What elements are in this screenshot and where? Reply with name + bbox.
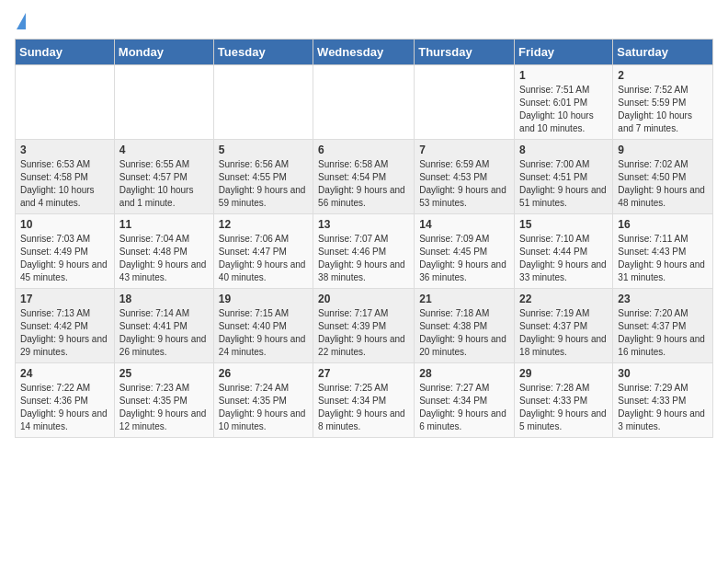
day-info: Sunrise: 6:53 AM Sunset: 4:58 PM Dayligh…: [20, 158, 109, 210]
day-cell: 8Sunrise: 7:00 AM Sunset: 4:51 PM Daylig…: [515, 140, 613, 214]
day-info: Sunrise: 7:13 AM Sunset: 4:42 PM Dayligh…: [20, 307, 109, 359]
day-number: 24: [20, 367, 109, 380]
day-cell: 16Sunrise: 7:11 AM Sunset: 4:43 PM Dayli…: [613, 214, 713, 289]
day-cell: [313, 65, 415, 140]
day-number: 13: [318, 218, 409, 231]
day-cell: 30Sunrise: 7:29 AM Sunset: 4:33 PM Dayli…: [613, 363, 713, 438]
day-cell: 11Sunrise: 7:04 AM Sunset: 4:48 PM Dayli…: [114, 214, 213, 289]
day-info: Sunrise: 7:19 AM Sunset: 4:37 PM Dayligh…: [519, 307, 608, 359]
day-cell: [415, 65, 515, 140]
day-cell: [114, 65, 213, 140]
day-cell: 29Sunrise: 7:28 AM Sunset: 4:33 PM Dayli…: [515, 363, 613, 438]
day-info: Sunrise: 7:24 AM Sunset: 4:35 PM Dayligh…: [219, 382, 308, 433]
day-number: 18: [119, 293, 209, 305]
day-number: 4: [119, 144, 209, 156]
day-info: Sunrise: 7:02 AM Sunset: 4:50 PM Dayligh…: [618, 158, 708, 210]
day-info: Sunrise: 7:00 AM Sunset: 4:51 PM Dayligh…: [519, 158, 608, 210]
day-cell: 9Sunrise: 7:02 AM Sunset: 4:50 PM Daylig…: [613, 140, 713, 214]
week-row-4: 17Sunrise: 7:13 AM Sunset: 4:42 PM Dayli…: [16, 289, 713, 363]
day-number: 9: [618, 144, 708, 156]
day-info: Sunrise: 7:07 AM Sunset: 4:46 PM Dayligh…: [318, 233, 409, 284]
day-number: 12: [219, 218, 308, 231]
day-info: Sunrise: 7:15 AM Sunset: 4:40 PM Dayligh…: [219, 307, 308, 359]
header: [15, 15, 713, 31]
weekday-header-saturday: Saturday: [613, 40, 713, 65]
day-number: 16: [618, 218, 708, 231]
day-number: 27: [318, 367, 409, 380]
day-cell: 19Sunrise: 7:15 AM Sunset: 4:40 PM Dayli…: [213, 289, 313, 363]
weekday-header-thursday: Thursday: [415, 40, 515, 65]
day-info: Sunrise: 7:04 AM Sunset: 4:48 PM Dayligh…: [119, 233, 209, 284]
day-cell: 23Sunrise: 7:20 AM Sunset: 4:37 PM Dayli…: [613, 289, 713, 363]
day-info: Sunrise: 6:55 AM Sunset: 4:57 PM Dayligh…: [119, 158, 209, 210]
day-number: 29: [519, 367, 608, 380]
week-row-5: 24Sunrise: 7:22 AM Sunset: 4:36 PM Dayli…: [16, 363, 713, 438]
day-cell: 7Sunrise: 6:59 AM Sunset: 4:53 PM Daylig…: [415, 140, 515, 214]
day-number: 19: [219, 293, 308, 305]
day-cell: 21Sunrise: 7:18 AM Sunset: 4:38 PM Dayli…: [415, 289, 515, 363]
day-info: Sunrise: 7:17 AM Sunset: 4:39 PM Dayligh…: [318, 307, 409, 359]
day-cell: 15Sunrise: 7:10 AM Sunset: 4:44 PM Dayli…: [515, 214, 613, 289]
weekday-header-monday: Monday: [114, 40, 213, 65]
day-cell: 27Sunrise: 7:25 AM Sunset: 4:34 PM Dayli…: [313, 363, 415, 438]
day-cell: 13Sunrise: 7:07 AM Sunset: 4:46 PM Dayli…: [313, 214, 415, 289]
week-row-3: 10Sunrise: 7:03 AM Sunset: 4:49 PM Dayli…: [16, 214, 713, 289]
weekday-header-friday: Friday: [515, 40, 613, 65]
day-cell: 17Sunrise: 7:13 AM Sunset: 4:42 PM Dayli…: [16, 289, 115, 363]
calendar: SundayMondayTuesdayWednesdayThursdayFrid…: [15, 39, 713, 438]
day-number: 1: [519, 69, 608, 82]
day-number: 7: [419, 144, 509, 156]
day-number: 10: [20, 218, 109, 231]
day-info: Sunrise: 7:51 AM Sunset: 6:01 PM Dayligh…: [519, 84, 608, 135]
day-cell: 4Sunrise: 6:55 AM Sunset: 4:57 PM Daylig…: [114, 140, 213, 214]
day-info: Sunrise: 7:06 AM Sunset: 4:47 PM Dayligh…: [219, 233, 308, 284]
day-cell: 28Sunrise: 7:27 AM Sunset: 4:34 PM Dayli…: [415, 363, 515, 438]
day-info: Sunrise: 6:58 AM Sunset: 4:54 PM Dayligh…: [318, 158, 409, 210]
week-row-1: 1Sunrise: 7:51 AM Sunset: 6:01 PM Daylig…: [16, 65, 713, 140]
day-info: Sunrise: 7:03 AM Sunset: 4:49 PM Dayligh…: [20, 233, 109, 284]
weekday-header-sunday: Sunday: [16, 40, 115, 65]
day-cell: 2Sunrise: 7:52 AM Sunset: 5:59 PM Daylig…: [613, 65, 713, 140]
day-cell: 12Sunrise: 7:06 AM Sunset: 4:47 PM Dayli…: [213, 214, 313, 289]
day-info: Sunrise: 7:20 AM Sunset: 4:37 PM Dayligh…: [618, 307, 708, 359]
day-number: 11: [119, 218, 209, 231]
day-cell: 5Sunrise: 6:56 AM Sunset: 4:55 PM Daylig…: [213, 140, 313, 214]
day-cell: 26Sunrise: 7:24 AM Sunset: 4:35 PM Dayli…: [213, 363, 313, 438]
day-number: 8: [519, 144, 608, 156]
day-cell: 20Sunrise: 7:17 AM Sunset: 4:39 PM Dayli…: [313, 289, 415, 363]
day-number: 5: [219, 144, 308, 156]
week-row-2: 3Sunrise: 6:53 AM Sunset: 4:58 PM Daylig…: [16, 140, 713, 214]
day-info: Sunrise: 7:28 AM Sunset: 4:33 PM Dayligh…: [519, 382, 608, 433]
day-number: 26: [219, 367, 308, 380]
day-cell: 18Sunrise: 7:14 AM Sunset: 4:41 PM Dayli…: [114, 289, 213, 363]
day-info: Sunrise: 7:14 AM Sunset: 4:41 PM Dayligh…: [119, 307, 209, 359]
day-number: 2: [618, 69, 708, 82]
day-cell: 14Sunrise: 7:09 AM Sunset: 4:45 PM Dayli…: [415, 214, 515, 289]
day-cell: 6Sunrise: 6:58 AM Sunset: 4:54 PM Daylig…: [313, 140, 415, 214]
day-cell: 1Sunrise: 7:51 AM Sunset: 6:01 PM Daylig…: [515, 65, 613, 140]
day-info: Sunrise: 7:29 AM Sunset: 4:33 PM Dayligh…: [618, 382, 708, 433]
day-cell: 24Sunrise: 7:22 AM Sunset: 4:36 PM Dayli…: [16, 363, 115, 438]
day-number: 20: [318, 293, 409, 305]
day-number: 22: [519, 293, 608, 305]
day-number: 21: [419, 293, 509, 305]
day-number: 23: [618, 293, 708, 305]
weekday-header-tuesday: Tuesday: [213, 40, 313, 65]
day-info: Sunrise: 7:11 AM Sunset: 4:43 PM Dayligh…: [618, 233, 708, 284]
day-number: 14: [419, 218, 509, 231]
logo-triangle-icon: [17, 13, 26, 29]
day-cell: 25Sunrise: 7:23 AM Sunset: 4:35 PM Dayli…: [114, 363, 213, 438]
day-cell: 3Sunrise: 6:53 AM Sunset: 4:58 PM Daylig…: [16, 140, 115, 214]
logo: [15, 15, 26, 31]
day-number: 3: [20, 144, 109, 156]
day-cell: 10Sunrise: 7:03 AM Sunset: 4:49 PM Dayli…: [16, 214, 115, 289]
day-info: Sunrise: 7:25 AM Sunset: 4:34 PM Dayligh…: [318, 382, 409, 433]
day-cell: [16, 65, 115, 140]
day-info: Sunrise: 6:56 AM Sunset: 4:55 PM Dayligh…: [219, 158, 308, 210]
day-info: Sunrise: 7:23 AM Sunset: 4:35 PM Dayligh…: [119, 382, 209, 433]
day-info: Sunrise: 7:52 AM Sunset: 5:59 PM Dayligh…: [618, 84, 708, 135]
weekday-header-row: SundayMondayTuesdayWednesdayThursdayFrid…: [16, 40, 713, 65]
day-cell: 22Sunrise: 7:19 AM Sunset: 4:37 PM Dayli…: [515, 289, 613, 363]
day-info: Sunrise: 7:18 AM Sunset: 4:38 PM Dayligh…: [419, 307, 509, 359]
day-info: Sunrise: 6:59 AM Sunset: 4:53 PM Dayligh…: [419, 158, 509, 210]
